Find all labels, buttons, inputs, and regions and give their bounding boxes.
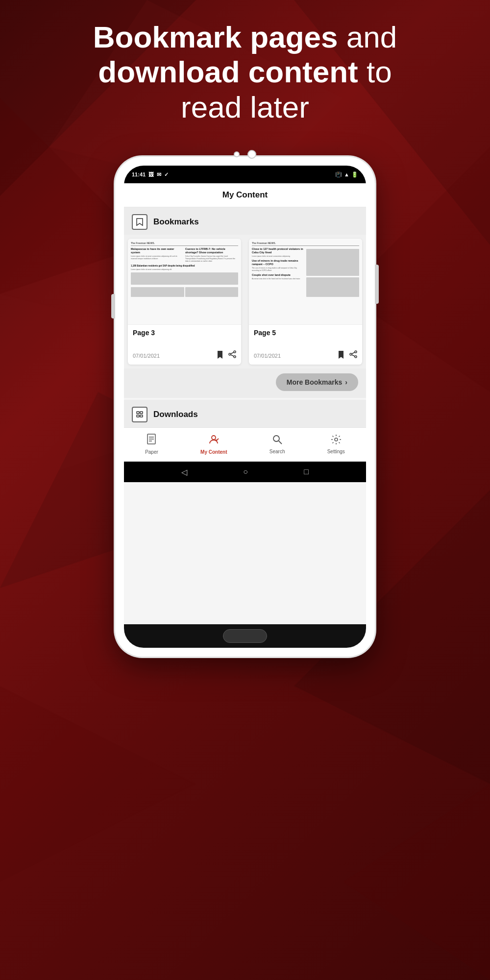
phone-screen: 11:41 🖼 ✉ ✓ 📳 ▲ 🔋 My Content bbox=[124, 166, 366, 648]
app-screen: My Content Bookmarks bbox=[124, 183, 366, 624]
bottom-nav: Paper My Content bbox=[124, 427, 366, 462]
bookmark-actions-2 bbox=[338, 350, 357, 361]
svg-point-17 bbox=[355, 356, 357, 358]
bookmark-share-btn-1[interactable] bbox=[228, 350, 236, 361]
nav-item-settings[interactable]: Settings bbox=[321, 432, 351, 456]
svg-point-11 bbox=[229, 353, 231, 355]
more-bookmarks-button[interactable]: More Bookmarks › bbox=[276, 373, 358, 391]
nav-label-settings: Settings bbox=[327, 449, 345, 454]
settings-icon bbox=[331, 434, 342, 447]
bookmark-footer-1: 07/01/2021 bbox=[133, 350, 236, 361]
phone-mockup: 11:41 🖼 ✉ ✓ 📳 ▲ 🔋 My Content bbox=[115, 157, 375, 657]
bookmark-info-2: Page 5 07/01/2021 bbox=[249, 324, 362, 365]
bookmarks-section-title: Bookmarks bbox=[153, 217, 199, 227]
home-button[interactable]: ○ bbox=[243, 467, 248, 476]
bookmarks-grid: The Freeman NEWS. Malapascua to have its… bbox=[124, 235, 366, 368]
recents-button[interactable]: □ bbox=[304, 467, 309, 476]
bookmark-actions-1 bbox=[217, 350, 236, 361]
bookmark-page-label-2: Page 5 bbox=[254, 329, 357, 337]
newspaper-page-3: The Freeman NEWS. Malapascua to have its… bbox=[128, 239, 241, 324]
status-time: 11:41 bbox=[132, 172, 146, 177]
bookmark-page-label-1: Page 3 bbox=[133, 329, 236, 337]
app-header-title: My Content bbox=[222, 190, 268, 199]
svg-rect-22 bbox=[137, 415, 139, 417]
newspaper-page-5: The Freeman NEWS. Close to 127 health pr… bbox=[249, 239, 362, 324]
status-right: 📳 ▲ 🔋 bbox=[335, 172, 358, 178]
search-icon bbox=[272, 434, 283, 447]
phone-cameras bbox=[234, 150, 256, 159]
back-button[interactable]: ◁ bbox=[181, 467, 187, 477]
more-bookmarks-wrap: More Bookmarks › bbox=[124, 368, 366, 398]
hero-section: Bookmark pages and download content to r… bbox=[0, 20, 490, 124]
downloads-section-header: Downloads bbox=[124, 400, 366, 427]
nav-label-paper: Paper bbox=[145, 449, 158, 455]
nav-label-search: Search bbox=[270, 449, 285, 454]
android-nav-bar: ◁ ○ □ bbox=[124, 462, 366, 482]
more-bookmarks-label: More Bookmarks bbox=[287, 378, 343, 386]
svg-point-15 bbox=[355, 351, 357, 353]
phone-outer-shell: 11:41 🖼 ✉ ✓ 📳 ▲ 🔋 My Content bbox=[115, 157, 375, 657]
svg-marker-6 bbox=[0, 686, 196, 882]
svg-line-30 bbox=[279, 441, 282, 444]
paper-icon bbox=[146, 434, 157, 448]
svg-point-12 bbox=[234, 356, 236, 358]
svg-rect-20 bbox=[137, 412, 139, 414]
mail-icon: ✉ bbox=[157, 172, 161, 178]
bookmark-info-1: Page 3 07/01/2021 bbox=[128, 324, 241, 365]
svg-rect-21 bbox=[140, 412, 143, 414]
downloads-section-title: Downloads bbox=[153, 410, 198, 419]
svg-point-29 bbox=[273, 436, 279, 441]
bookmark-save-btn-1[interactable] bbox=[217, 350, 223, 361]
app-header: My Content bbox=[124, 183, 366, 207]
vibrate-icon: 📳 bbox=[335, 172, 342, 178]
bookmark-page-img-1: The Freeman NEWS. Malapascua to have its… bbox=[128, 239, 241, 324]
hero-title: Bookmark pages and download content to r… bbox=[24, 20, 466, 124]
bookmark-date-1: 07/01/2021 bbox=[133, 353, 160, 359]
svg-rect-23 bbox=[140, 415, 143, 417]
chevron-right-icon: › bbox=[345, 378, 347, 386]
bookmark-share-btn-2[interactable] bbox=[349, 350, 357, 361]
bookmark-save-btn-2[interactable] bbox=[338, 350, 344, 361]
bookmark-page-img-2: The Freeman NEWS. Close to 127 health pr… bbox=[249, 239, 362, 324]
photo-icon: 🖼 bbox=[148, 172, 154, 177]
my-content-icon bbox=[208, 434, 220, 448]
status-left: 11:41 🖼 ✉ ✓ bbox=[132, 172, 169, 178]
phone-home-pill-area bbox=[124, 624, 366, 648]
svg-point-28 bbox=[212, 436, 216, 440]
bookmarks-section-header: Bookmarks bbox=[124, 207, 366, 235]
wifi-icon: ▲ bbox=[344, 172, 349, 177]
nav-item-search[interactable]: Search bbox=[264, 432, 291, 456]
svg-point-10 bbox=[234, 351, 236, 353]
bookmark-card-2[interactable]: The Freeman NEWS. Close to 127 health pr… bbox=[249, 239, 362, 365]
bookmark-card-1[interactable]: The Freeman NEWS. Malapascua to have its… bbox=[128, 239, 241, 365]
svg-point-16 bbox=[350, 353, 352, 355]
svg-line-19 bbox=[352, 355, 355, 356]
nav-item-my-content[interactable]: My Content bbox=[195, 432, 233, 457]
bookmark-date-2: 07/01/2021 bbox=[254, 353, 281, 359]
bookmarks-section-icon bbox=[132, 214, 147, 230]
svg-line-14 bbox=[231, 355, 234, 356]
bookmark-footer-2: 07/01/2021 bbox=[254, 350, 357, 361]
svg-line-13 bbox=[231, 352, 234, 354]
status-bar: 11:41 🖼 ✉ ✓ 📳 ▲ 🔋 bbox=[124, 166, 366, 183]
svg-point-31 bbox=[335, 438, 338, 441]
nav-item-paper[interactable]: Paper bbox=[139, 432, 164, 457]
battery-icon: 🔋 bbox=[351, 172, 358, 178]
camera-dot-small bbox=[234, 151, 240, 157]
downloads-section-icon bbox=[132, 407, 147, 422]
home-pill[interactable] bbox=[223, 629, 267, 643]
camera-dot-large bbox=[247, 150, 256, 159]
svg-marker-7 bbox=[343, 784, 490, 980]
nav-label-my-content: My Content bbox=[200, 449, 227, 455]
svg-line-18 bbox=[352, 352, 355, 354]
check-icon: ✓ bbox=[164, 172, 169, 178]
